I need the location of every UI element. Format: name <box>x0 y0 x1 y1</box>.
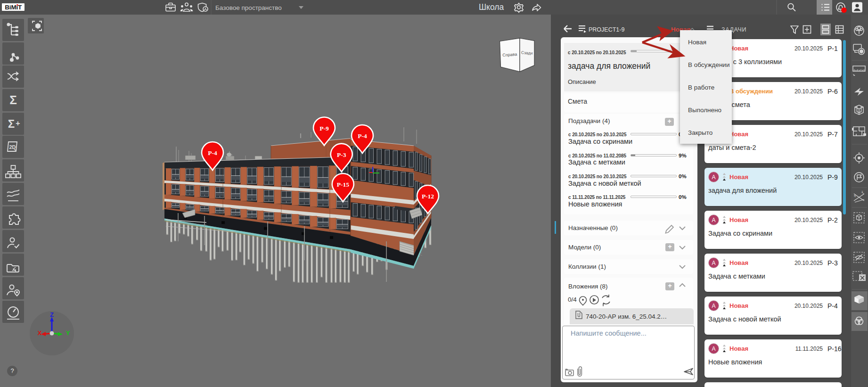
svg-text:Сзади: Сзади <box>521 50 533 55</box>
svg-text:P-15: P-15 <box>337 181 349 188</box>
svg-text:Σ: Σ <box>8 117 15 130</box>
svg-text:Σ: Σ <box>9 93 17 107</box>
svg-text:P-9: P-9 <box>319 125 329 132</box>
svg-text:P-4: P-4 <box>358 132 367 140</box>
svg-text:P-3: P-3 <box>337 151 346 158</box>
svg-text:X: X <box>38 329 42 337</box>
svg-text:Z: Z <box>50 311 54 318</box>
svg-text:Y: Y <box>66 329 70 337</box>
svg-text:2D: 2D <box>9 144 16 150</box>
svg-text:BiMiT: BiMiT <box>5 4 22 11</box>
svg-text:P-4: P-4 <box>208 149 217 156</box>
svg-text:+: + <box>16 119 20 127</box>
svg-text:P-12: P-12 <box>422 193 434 200</box>
